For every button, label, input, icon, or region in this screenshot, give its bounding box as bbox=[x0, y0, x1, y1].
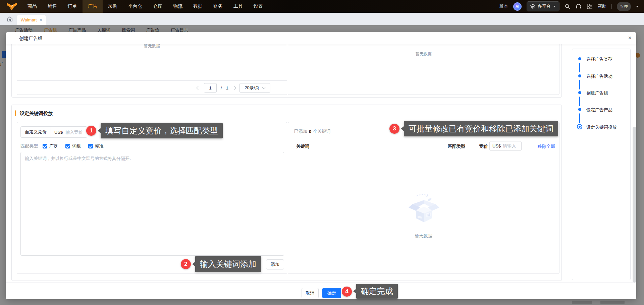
pagination: 1 / 1 20条/页 bbox=[197, 83, 270, 93]
app-root: 商品 销售 订单 广告 采购 平台仓 仓库 物流 数据 财务 工具 设置 版本 … bbox=[0, 0, 644, 305]
step-set-ad-products[interactable]: 设定广告产品 bbox=[586, 107, 612, 113]
added-count: 0 bbox=[309, 129, 311, 134]
step-connector bbox=[579, 63, 580, 72]
nav-item-sales[interactable]: 销售 bbox=[42, 0, 62, 13]
empty-data-text: 暂无数据 bbox=[288, 51, 559, 57]
tab-label: Walmart bbox=[21, 17, 37, 22]
section-accent-bar bbox=[15, 110, 16, 116]
modal-close-icon[interactable]: × bbox=[628, 35, 632, 41]
page-separator: / bbox=[221, 85, 222, 90]
nav-label: 物流 bbox=[173, 3, 182, 9]
step-create-adgroup[interactable]: 创建广告组 bbox=[586, 90, 608, 96]
nav-label: 订单 bbox=[68, 3, 77, 9]
bid-mode-select[interactable]: 自定义竞价 bbox=[21, 127, 51, 137]
section-title: 设定关键词投放 bbox=[20, 111, 53, 117]
divider bbox=[17, 80, 287, 81]
account-menu[interactable]: 管理 bbox=[617, 2, 631, 11]
step-set-keyword-targeting[interactable]: 设定关键词投放 bbox=[586, 124, 617, 130]
nav-item-settings[interactable]: 设置 bbox=[248, 0, 268, 13]
remove-all-link[interactable]: 移除全部 bbox=[538, 143, 555, 149]
current-page-input[interactable]: 1 bbox=[204, 83, 217, 93]
prev-page-icon[interactable] bbox=[196, 86, 201, 90]
annotation-tooltip-3: 可批量修改已有竞价和移除已添加关键词 bbox=[404, 121, 558, 136]
step-connector bbox=[579, 97, 580, 106]
wizard-steps-sidebar: 选择广告类型 选择广告活动 创建广告组 设定广告产品 设定关键词投放 bbox=[572, 49, 631, 280]
modal-title: 创建广告组 bbox=[19, 32, 43, 44]
next-page-icon[interactable] bbox=[232, 86, 236, 90]
bid-mode-label: 自定义竞价 bbox=[25, 129, 47, 135]
nav-item-products[interactable]: 商品 bbox=[22, 0, 42, 13]
checkbox-checked-icon[interactable] bbox=[88, 144, 93, 148]
nav-item-purchasing[interactable]: 采购 bbox=[103, 0, 123, 13]
step-connector bbox=[579, 113, 580, 123]
checkbox-checked-icon[interactable] bbox=[65, 144, 70, 148]
keyword-entry-box: 自定义竞价 US$ 匹配类型 广泛 词组 精准 添加 bbox=[17, 122, 287, 274]
platform-selector-label: 多平台 bbox=[538, 3, 551, 9]
match-option-label: 词组 bbox=[72, 143, 81, 149]
nav-label: 平台仓 bbox=[128, 3, 142, 9]
currency-label: US$ bbox=[51, 130, 65, 135]
empty-box-illustration-icon bbox=[407, 191, 441, 225]
total-pages: 1 bbox=[226, 85, 228, 90]
nav-label: 采购 bbox=[108, 3, 117, 9]
match-type-row: 匹配类型 广泛 词组 精准 bbox=[20, 143, 104, 149]
home-icon[interactable] bbox=[7, 16, 13, 22]
page-size-select[interactable]: 20条/页 bbox=[239, 83, 270, 93]
nav-item-advertising[interactable]: 广告 bbox=[83, 0, 103, 13]
cancel-button[interactable]: 取消 bbox=[302, 288, 319, 298]
add-button-label: 添加 bbox=[271, 261, 279, 267]
col-keyword: 关键词 bbox=[296, 143, 309, 149]
nav-item-finance[interactable]: 财务 bbox=[208, 0, 228, 13]
match-option-exact[interactable]: 精准 bbox=[88, 143, 104, 149]
nav-label: 工具 bbox=[233, 3, 243, 9]
tab-walmart[interactable]: Walmart × bbox=[17, 15, 46, 25]
nav-item-platform-warehouse[interactable]: 平台仓 bbox=[123, 0, 148, 13]
modal-scrollbar-thumb[interactable] bbox=[633, 127, 636, 283]
match-option-phrase[interactable]: 词组 bbox=[65, 143, 81, 149]
confirm-button[interactable]: 确定 bbox=[322, 288, 341, 298]
annotation-tooltip-4: 确定完成 bbox=[356, 284, 398, 299]
modal-footer: 取消 确定 bbox=[6, 283, 636, 299]
step-dot bbox=[578, 74, 581, 77]
annotation-badge-4: 4 bbox=[342, 287, 352, 297]
nav-item-orders[interactable]: 订单 bbox=[62, 0, 83, 13]
tab-close-icon[interactable]: × bbox=[40, 17, 42, 22]
nav-item-tools[interactable]: 工具 bbox=[228, 0, 248, 13]
step-dot-current bbox=[577, 124, 582, 129]
ad-product-section-card: 暂无数据 1 / 1 20条/页 暂无数据 bbox=[11, 44, 562, 98]
checkbox-checked-icon[interactable] bbox=[43, 144, 47, 148]
top-navbar: 商品 销售 订单 广告 采购 平台仓 仓库 物流 数据 财务 工具 设置 版本 … bbox=[0, 0, 644, 13]
page-size-value: 20条/页 bbox=[245, 85, 259, 91]
search-icon[interactable] bbox=[565, 3, 571, 9]
added-prefix: 已添加 bbox=[294, 128, 307, 134]
keyword-textarea[interactable] bbox=[20, 152, 284, 256]
match-option-label: 精准 bbox=[95, 143, 104, 149]
navbar-right-cluster: 版本 AI 多平台 帮助 管理 bbox=[499, 1, 644, 11]
nav-item-data[interactable]: 数据 bbox=[188, 0, 208, 13]
col-match-type: 匹配类型 bbox=[448, 143, 465, 149]
annotation-badge-1: 1 bbox=[86, 126, 96, 136]
added-keywords-panel: 已添加 0 个关键词 关键词 匹配类型 竞价 US$ 移除全部 bbox=[288, 122, 559, 274]
headset-support-icon[interactable] bbox=[576, 3, 582, 9]
step-select-ad-type[interactable]: 选择广告类型 bbox=[586, 56, 612, 62]
apps-grid-icon[interactable] bbox=[587, 3, 593, 9]
add-keywords-button[interactable]: 添加 bbox=[266, 259, 284, 269]
bulk-bid-input[interactable] bbox=[502, 143, 520, 149]
ai-assistant-badge[interactable]: AI bbox=[513, 2, 522, 11]
bid-amount-input[interactable] bbox=[65, 129, 87, 135]
step-select-campaign[interactable]: 选择广告活动 bbox=[586, 73, 612, 79]
help-link[interactable]: 帮助 bbox=[598, 3, 606, 9]
annotation-tooltip-1: 填写自定义竞价，选择匹配类型 bbox=[101, 123, 223, 138]
confirm-label: 确定 bbox=[327, 290, 336, 296]
nav-item-logistics[interactable]: 物流 bbox=[168, 0, 188, 13]
annotation-badge-2: 2 bbox=[181, 259, 191, 269]
nav-label: 销售 bbox=[48, 3, 57, 9]
modal-body: 暂无数据 1 / 1 20条/页 暂无数据 bbox=[6, 44, 636, 283]
match-option-broad[interactable]: 广泛 bbox=[43, 143, 58, 149]
brand-fox-logo-icon[interactable] bbox=[6, 2, 17, 11]
platform-selector[interactable]: 多平台 bbox=[527, 1, 559, 11]
col-bid: 竞价 bbox=[479, 143, 488, 149]
nav-item-warehouse[interactable]: 仓库 bbox=[148, 0, 168, 13]
version-link[interactable]: 版本 bbox=[499, 3, 508, 9]
account-chevron-down-icon[interactable] bbox=[636, 6, 639, 7]
